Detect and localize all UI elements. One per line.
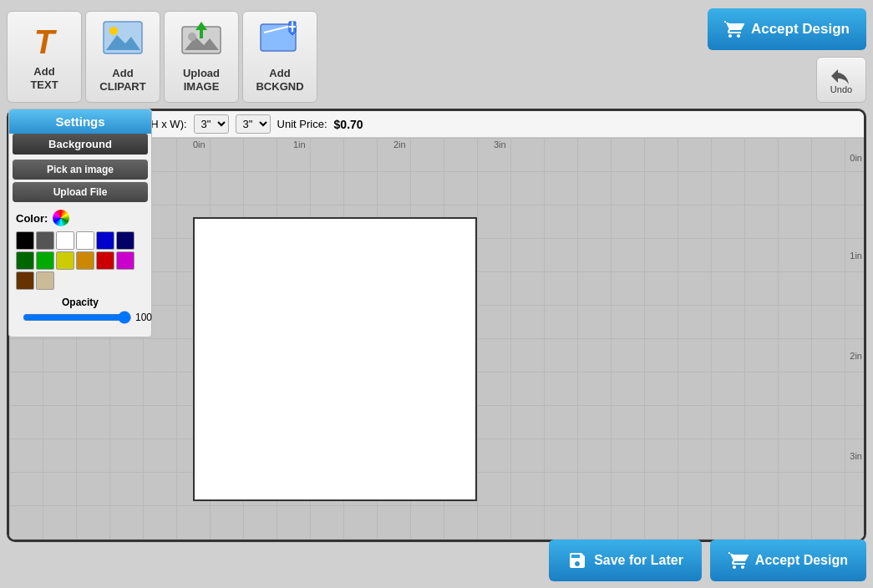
color-swatch-black[interactable] bbox=[16, 231, 34, 250]
color-swatch-yellow[interactable] bbox=[56, 251, 74, 270]
bottom-bar: Save for Later Accept Design bbox=[549, 540, 866, 581]
color-swatch-darkblue[interactable] bbox=[116, 231, 135, 250]
add-text-button[interactable]: T AddTEXT bbox=[7, 11, 82, 103]
ruler-h-0: 0in bbox=[193, 139, 206, 150]
clipart-icon bbox=[102, 20, 144, 63]
ruler-h-2: 2in bbox=[393, 139, 406, 150]
ruler-h-3: 3in bbox=[494, 139, 506, 150]
ruler-v-2: 2in bbox=[850, 351, 862, 361]
upload-image-icon bbox=[180, 20, 222, 63]
size-w-select[interactable]: 3" 4" 5" bbox=[236, 114, 271, 134]
color-swatch-brown[interactable] bbox=[16, 271, 34, 290]
ruler-h-1: 1in bbox=[293, 139, 306, 150]
color-swatch-tan[interactable] bbox=[36, 271, 54, 290]
opacity-label: Opacity bbox=[23, 297, 138, 308]
save-later-button[interactable]: Save for Later bbox=[549, 540, 702, 581]
add-text-label: AddTEXT bbox=[30, 65, 58, 91]
add-clipart-button[interactable]: AddCLIPART bbox=[85, 11, 160, 103]
opacity-slider[interactable] bbox=[23, 312, 132, 323]
color-swatch-darkgreen[interactable] bbox=[16, 251, 34, 270]
undo-label: Undo bbox=[830, 84, 852, 94]
size-h-select[interactable]: 3" 4" 5" bbox=[194, 114, 229, 134]
svg-rect-7 bbox=[200, 30, 203, 38]
color-swatch-white2[interactable] bbox=[76, 231, 94, 250]
opacity-value: 100 bbox=[135, 312, 152, 323]
cart-icon-bottom bbox=[728, 550, 749, 570]
color-swatch-gray[interactable] bbox=[36, 231, 54, 250]
ruler-v-1: 1in bbox=[850, 251, 862, 261]
upload-image-button[interactable]: Upload IMAGE bbox=[164, 11, 239, 103]
ruler-v-0: 0in bbox=[850, 153, 862, 163]
settings-header: Settings bbox=[9, 109, 151, 134]
svg-marker-6 bbox=[195, 22, 207, 30]
ruler-v-3: 3in bbox=[850, 451, 862, 461]
save-later-label: Save for Later bbox=[594, 553, 683, 568]
svg-point-2 bbox=[109, 27, 118, 35]
background-tab[interactable]: Background bbox=[13, 134, 148, 155]
color-swatch-blue[interactable] bbox=[96, 231, 114, 250]
upload-file-button[interactable]: Upload File bbox=[13, 182, 148, 202]
svg-point-5 bbox=[188, 33, 196, 41]
opacity-row: 100 bbox=[23, 312, 138, 323]
color-label: Color: bbox=[16, 210, 145, 226]
design-canvas[interactable] bbox=[193, 217, 477, 501]
color-section: Color: Opacity bbox=[9, 205, 151, 328]
add-clipart-label: AddCLIPART bbox=[99, 67, 145, 93]
color-swatch-red[interactable] bbox=[96, 251, 114, 270]
undo-button[interactable]: Undo bbox=[816, 57, 866, 103]
color-wheel[interactable] bbox=[53, 210, 69, 226]
pick-image-button[interactable]: Pick an image bbox=[13, 160, 148, 180]
upload-image-label: Upload IMAGE bbox=[165, 67, 238, 93]
undo-icon bbox=[830, 66, 853, 84]
accept-design-bottom-label: Accept Design bbox=[755, 553, 848, 568]
unit-price-label: Unit Price: bbox=[277, 118, 327, 130]
settings-panel: Settings Background Pick an image Upload… bbox=[8, 109, 152, 337]
color-swatch-white[interactable] bbox=[56, 231, 74, 250]
color-swatch-orange[interactable] bbox=[76, 251, 94, 270]
opacity-section: Opacity 100 bbox=[16, 297, 145, 323]
text-icon: T bbox=[34, 22, 54, 62]
color-swatch-green[interactable] bbox=[36, 251, 54, 270]
floppy-icon bbox=[567, 550, 587, 570]
main-container: Accept Design T AddTEXT AddCLIPART bbox=[0, 0, 873, 588]
color-grid bbox=[16, 231, 145, 290]
toolbar: T AddTEXT AddCLIPART bbox=[7, 7, 866, 107]
accept-design-bottom-button[interactable]: Accept Design bbox=[710, 540, 866, 581]
unit-price-value: $0.70 bbox=[334, 118, 363, 131]
color-swatch-magenta[interactable] bbox=[116, 251, 135, 270]
add-bckgnd-button[interactable]: AddBCKGND bbox=[242, 11, 317, 103]
add-bckgnd-icon bbox=[259, 20, 301, 63]
add-bckgnd-label: AddBCKGND bbox=[256, 67, 303, 93]
